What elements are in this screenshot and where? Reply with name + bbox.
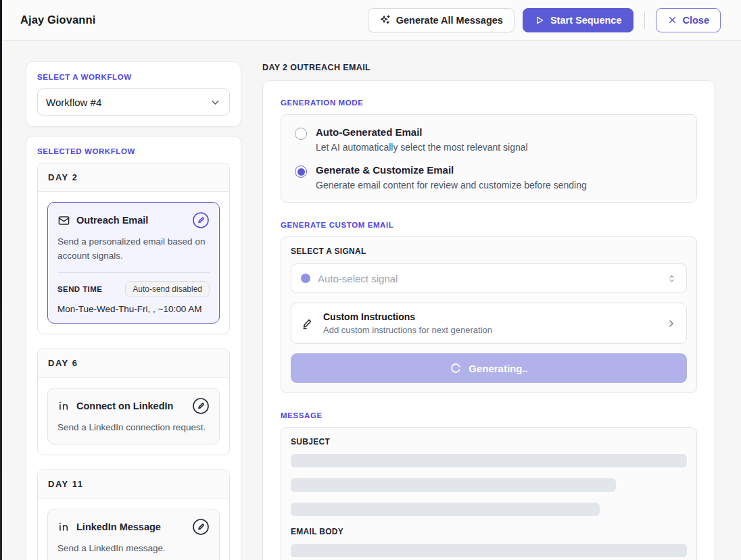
content-area: SELECT A WORKFLOW Workflow #4 SELECTED W… [0,41,741,560]
play-icon [534,15,545,26]
generation-mode-heading: GENERATION MODE [281,99,697,107]
main-panel: DAY 2 OUTREACH EMAIL GENERATION MODE Aut… [262,61,715,560]
subject-label: SUBJECT [291,437,687,447]
divider [57,272,210,273]
auto-send-badge: Auto-send disabled [125,281,210,297]
pencil-line-icon [301,317,314,330]
generating-button[interactable]: Generating.. [291,353,687,383]
step-title: LinkedIn Message [76,521,161,532]
chevron-updown-icon [667,274,677,284]
signal-dot-icon [301,274,310,283]
sparkles-icon [379,14,391,26]
edit-step-button[interactable] [192,397,210,415]
email-editor-card: GENERATION MODE Auto-Generated Email Let… [262,80,715,560]
generation-mode-options: Auto-Generated Email Let AI automaticall… [281,114,697,203]
day-label: DAY 11 [38,470,229,499]
option-generate-customize[interactable]: Generate & Customize Email Generate emai… [295,164,683,190]
step-card-outreach-email[interactable]: Outreach Email Send a personalized email… [47,202,220,324]
day-label: DAY 6 [38,349,229,378]
edit-step-button[interactable] [192,211,210,229]
step-description: Send a LinkedIn message. [57,542,210,556]
workflow-select-value: Workflow #4 [46,97,101,108]
subject-skeleton-bar [291,503,600,516]
close-button[interactable]: Close [656,8,721,32]
header-divider [644,11,645,29]
sidebar: SELECT A WORKFLOW Workflow #4 SELECTED W… [26,61,241,560]
message-heading: MESSAGE [281,411,697,419]
edit-step-button[interactable] [192,518,210,536]
custom-instructions-description: Add custom instructions for next generat… [323,325,492,335]
selected-workflow-heading: SELECTED WORKFLOW [37,147,230,155]
spinner-icon [450,362,462,374]
generate-all-messages-button[interactable]: Generate All Messages [368,8,515,32]
step-title: Outreach Email [76,215,148,226]
signal-select[interactable]: Auto-select signal [291,263,687,293]
radio-unchecked-icon[interactable] [295,128,307,140]
radio-checked-icon[interactable] [295,166,307,178]
linkedin-icon [57,520,70,533]
workflow-select[interactable]: Workflow #4 [37,88,230,116]
chevron-right-icon [666,318,677,329]
custom-instructions-row[interactable]: Custom Instructions Add custom instructi… [291,303,687,344]
day-section-11: DAY 11 LinkedIn Message [37,469,230,560]
background-page-edge [0,0,2,560]
send-time-label: SEND TIME [57,285,102,293]
step-card-linkedin-message[interactable]: LinkedIn Message Send a LinkedIn message… [47,509,220,560]
email-icon [57,214,70,227]
generate-custom-email-box: SELECT A SIGNAL Auto-select signal [281,236,697,393]
day-section-2: DAY 2 Outreach Email [37,163,230,334]
option-auto-generated[interactable]: Auto-Generated Email Let AI automaticall… [295,126,683,153]
step-description: Send a personalized email based on accou… [57,235,210,263]
email-body-label: EMAIL BODY [291,527,687,536]
message-box: SUBJECT EMAIL BODY [281,427,697,560]
signal-select-value: Auto-select signal [318,273,398,284]
send-time-value: Mon-Tue-Wed-Thu-Fri, , ~10:00 AM [57,304,210,314]
custom-instructions-title: Custom Instructions [323,311,492,322]
step-description: Send a LinkedIn connection request. [57,421,210,435]
top-bar: Ajay Giovanni Generate All Messages Star… [0,0,741,41]
subject-skeleton-bar [291,478,616,492]
day-section-6: DAY 6 Connect on LinkedIn [37,349,230,455]
linkedin-icon [57,399,70,412]
page-title: Ajay Giovanni [20,14,95,26]
chevron-down-icon [210,97,221,108]
workflow-select-panel: SELECT A WORKFLOW Workflow #4 [26,61,241,127]
selected-workflow-panel: SELECTED WORKFLOW DAY 2 Outreach Email [26,136,241,560]
workflow-select-heading: SELECT A WORKFLOW [37,73,230,81]
subject-skeleton-bar [291,454,687,467]
select-signal-label: SELECT A SIGNAL [291,247,687,256]
header-actions: Generate All Messages Start Sequence Clo… [368,8,721,32]
start-sequence-button[interactable]: Start Sequence [523,8,634,32]
close-icon [667,15,677,25]
email-body-skeleton-bar [291,544,687,557]
generate-custom-email-heading: GENERATE CUSTOM EMAIL [281,221,697,229]
step-card-connect-linkedin[interactable]: Connect on LinkedIn Send a LinkedIn conn… [47,388,220,444]
day-step-heading: DAY 2 OUTREACH EMAIL [262,63,715,72]
step-title: Connect on LinkedIn [76,401,173,411]
day-label: DAY 2 [38,163,229,192]
